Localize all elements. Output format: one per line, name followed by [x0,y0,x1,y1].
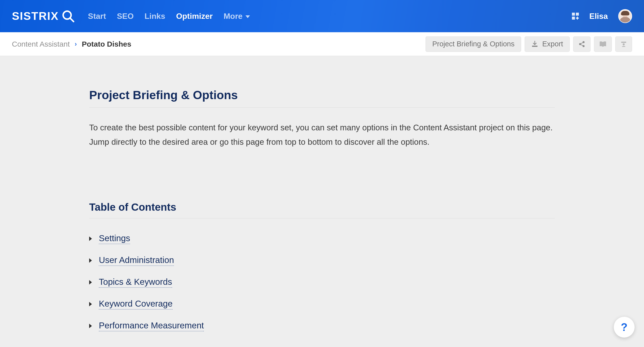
svg-line-1 [70,18,74,22]
export-button[interactable]: Export [524,37,570,52]
nav-optimizer[interactable]: Optimizer [176,12,213,21]
svg-line-6 [581,43,583,44]
profile-button[interactable] [615,37,632,52]
chevron-down-icon [246,15,250,18]
caret-right-icon [89,236,92,241]
share-icon [578,41,585,48]
nav-more-label: More [224,12,242,21]
caret-right-icon [89,258,92,263]
toc-item-settings: Settings [89,233,555,244]
toc-link-topics[interactable]: Topics & Keywords [99,277,172,288]
primary-nav: Start SEO Links Optimizer More [88,12,250,21]
breadcrumb-current: Potato Dishes [82,40,131,48]
toc-link-coverage[interactable]: Keyword Coverage [99,299,173,309]
book-icon [599,41,606,47]
download-icon [531,41,538,48]
caret-right-icon [89,280,92,284]
main-header: SISTRIX Start SEO Links Optimizer More E… [0,0,644,32]
main-content: Project Briefing & Options To create the… [0,56,644,331]
breadcrumb-parent[interactable]: Content Assistant [12,40,70,48]
book-button[interactable] [594,37,612,52]
svg-line-7 [581,45,583,46]
breadcrumb: Content Assistant › Potato Dishes [12,40,131,48]
brand-logo[interactable]: SISTRIX [12,9,75,23]
avatar[interactable] [618,9,632,23]
chevron-right-icon: › [74,40,77,48]
toc-list: Settings User Administration Topics & Ke… [89,233,555,331]
toc-title: Table of Contents [89,201,555,218]
nav-start[interactable]: Start [88,12,106,21]
help-button[interactable]: ? [614,317,634,337]
page-title: Project Briefing & Options [89,88,555,108]
project-briefing-label: Project Briefing & Options [432,40,514,48]
toc-item-user-admin: User Administration [89,255,555,266]
svg-rect-8 [621,42,626,43]
svg-point-9 [623,43,625,45]
toc-link-performance[interactable]: Performance Measurement [99,320,204,331]
caret-right-icon [89,324,92,328]
brand-name: SISTRIX [12,10,59,23]
nav-seo[interactable]: SEO [117,12,134,21]
toc-link-settings[interactable]: Settings [99,233,130,244]
nav-more[interactable]: More [224,12,250,21]
toc-link-user-admin[interactable]: User Administration [99,255,174,266]
svg-rect-2 [532,46,538,47]
help-icon: ? [621,321,628,333]
sub-header: Content Assistant › Potato Dishes Projec… [0,32,644,56]
nav-links[interactable]: Links [145,12,166,21]
user-name[interactable]: Elisa [589,12,608,21]
toc-item-topics: Topics & Keywords [89,277,555,288]
header-right: Elisa [572,9,632,23]
search-icon [61,9,75,23]
caret-right-icon [89,302,92,306]
page-intro: To create the best possible content for … [89,120,555,149]
share-button[interactable] [573,37,590,52]
person-icon [620,41,627,47]
page-actions: Project Briefing & Options Export [426,37,632,52]
project-briefing-button[interactable]: Project Briefing & Options [426,37,521,52]
export-label: Export [542,40,563,48]
apps-grid-icon[interactable] [572,13,579,20]
toc-item-performance: Performance Measurement [89,320,555,331]
toc-item-coverage: Keyword Coverage [89,299,555,309]
